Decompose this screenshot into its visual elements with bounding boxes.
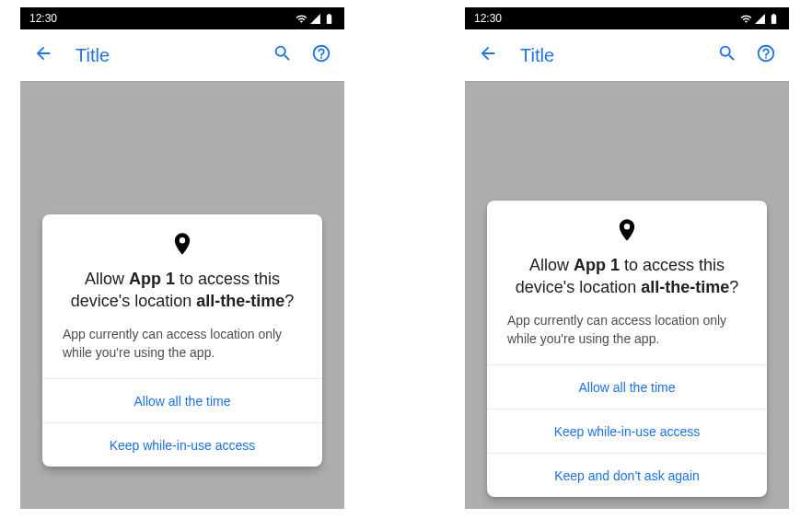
search-button[interactable] xyxy=(717,43,737,67)
dialog-title-post: ? xyxy=(284,292,294,310)
keep-access-button[interactable]: Keep while-in-use access xyxy=(487,409,767,453)
search-icon xyxy=(717,43,737,63)
dialog-title-app: App 1 xyxy=(574,256,620,274)
dialog-body: App currently can access location only w… xyxy=(42,325,322,378)
search-button[interactable] xyxy=(273,43,293,67)
dialog-title-bold: all-the-time xyxy=(196,292,284,310)
allow-all-button[interactable]: Allow all the time xyxy=(42,378,322,422)
dialog-title-post: ? xyxy=(729,278,738,296)
phone-right: 12:30 Title Allow App 1 to access this d… xyxy=(465,7,789,509)
cellular-icon xyxy=(754,13,766,25)
permission-dialog: Allow App 1 to access this device's loca… xyxy=(42,214,322,467)
page-title: Title xyxy=(498,45,717,66)
dialog-icon-wrap xyxy=(487,201,767,247)
battery-icon xyxy=(323,13,335,25)
arrow-back-icon xyxy=(33,43,53,63)
status-icons xyxy=(740,13,780,25)
cellular-icon xyxy=(309,13,321,25)
arrow-back-icon xyxy=(478,43,498,63)
phone-left: 12:30 Title Allow App 1 to access this d… xyxy=(20,7,344,509)
battery-icon xyxy=(768,13,780,25)
status-bar: 12:30 xyxy=(465,7,789,29)
help-icon xyxy=(311,43,331,63)
app-bar: Title xyxy=(20,29,344,81)
help-icon xyxy=(756,43,776,63)
location-icon xyxy=(169,231,195,257)
search-icon xyxy=(273,43,293,63)
dialog-title: Allow App 1 to access this device's loca… xyxy=(42,260,322,325)
help-button[interactable] xyxy=(311,43,331,67)
allow-all-button[interactable]: Allow all the time xyxy=(487,364,767,409)
location-icon xyxy=(614,217,640,243)
status-icons xyxy=(296,13,335,25)
back-button[interactable] xyxy=(33,43,53,67)
dialog-title-pre: Allow xyxy=(529,256,574,274)
status-bar: 12:30 xyxy=(20,7,344,29)
status-time: 12:30 xyxy=(474,12,502,25)
dialog-title-bold: all-the-time xyxy=(641,278,729,296)
page-title: Title xyxy=(53,45,273,66)
wifi-icon xyxy=(740,13,752,25)
dont-ask-button[interactable]: Keep and don't ask again xyxy=(487,453,767,497)
status-time: 12:30 xyxy=(29,12,57,25)
dialog-title-pre: Allow xyxy=(85,270,129,288)
app-bar: Title xyxy=(465,29,789,81)
permission-dialog: Allow App 1 to access this device's loca… xyxy=(487,201,767,497)
wifi-icon xyxy=(296,13,307,25)
dialog-title: Allow App 1 to access this device's loca… xyxy=(487,247,767,311)
back-button[interactable] xyxy=(478,43,498,67)
keep-access-button[interactable]: Keep while-in-use access xyxy=(42,422,322,467)
dialog-title-app: App 1 xyxy=(129,270,175,288)
dialog-icon-wrap xyxy=(42,214,322,260)
help-button[interactable] xyxy=(756,43,776,67)
dialog-body: App currently can access location only w… xyxy=(487,311,767,364)
